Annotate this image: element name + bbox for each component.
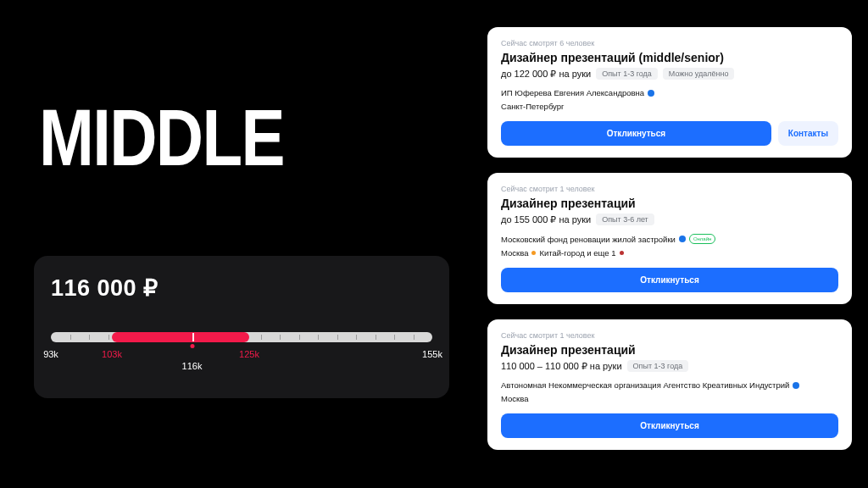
job-title[interactable]: Дизайнер презентаций (middle/senior): [501, 51, 838, 64]
apply-button[interactable]: Откликнуться: [501, 413, 838, 438]
viewers-text: Сейчас смотрят 6 человек: [501, 39, 838, 47]
tag-pill: Опыт 3-6 лет: [596, 214, 654, 225]
viewers-text: Сейчас смотрит 1 человек: [501, 185, 838, 193]
metro-text: Китай-город и еще 1: [539, 248, 615, 258]
company-line[interactable]: Московский фонд реновации жилой застройк…: [501, 234, 838, 244]
job-cards-list: Сейчас смотрят 6 человекДизайнер презент…: [487, 27, 852, 465]
salary-slider[interactable]: 93k 103k 125k 155k 116k: [51, 332, 432, 374]
city-text: Москва: [501, 248, 528, 258]
verified-icon: [679, 236, 686, 242]
page-title: MIDDLE: [39, 92, 284, 184]
job-card[interactable]: Сейчас смотрит 1 человекДизайнер презент…: [487, 319, 852, 450]
location-line: МоскваКитай-город и еще 1: [501, 248, 838, 258]
job-title[interactable]: Дизайнер презентаций: [501, 197, 838, 210]
city-text: Москва: [501, 394, 528, 403]
tag-pill: Опыт 1-3 года: [596, 68, 658, 80]
tag-pill: Можно удалённо: [663, 68, 735, 80]
slider-mid-dot: [190, 344, 194, 348]
slider-max-label: 155k: [422, 349, 442, 359]
metro-dot-icon: [531, 251, 536, 255]
slider-fill: [112, 332, 249, 342]
company-name: Автономная Некоммерческая организация Аг…: [501, 380, 789, 390]
salary-text: 110 000 – 110 000 ₽ на руки: [501, 361, 622, 372]
viewers-text: Сейчас смотрит 1 человек: [501, 331, 838, 340]
slider-labels: 93k 103k 125k 155k 116k: [51, 349, 432, 374]
company-name: Московский фонд реновации жилой застройк…: [501, 235, 676, 244]
online-badge: Онлайн: [689, 234, 715, 244]
location-line: Санкт-Петербург: [501, 102, 838, 111]
salary-line: до 122 000 ₽ на рукиОпыт 1-3 годаМожно у…: [501, 68, 838, 80]
contacts-button[interactable]: Контакты: [778, 121, 838, 146]
salary-text: до 155 000 ₽ на руки: [501, 214, 591, 225]
slider-handle[interactable]: [192, 333, 194, 341]
salary-text: до 122 000 ₽ на руки: [501, 69, 591, 80]
button-row: ОткликнутьсяКонтакты: [501, 121, 838, 146]
company-name: ИП Юферева Евгения Александровна: [501, 88, 644, 97]
slider-track: [51, 332, 432, 342]
city-text: Санкт-Петербург: [501, 102, 565, 111]
salary-line: до 155 000 ₽ на рукиОпыт 3-6 лет: [501, 214, 838, 225]
slider-low-label: 103k: [102, 349, 122, 359]
location-line: Москва: [501, 394, 838, 403]
salary-line: 110 000 – 110 000 ₽ на рукиОпыт 1-3 года: [501, 360, 838, 372]
metro-dot-icon: [620, 251, 624, 255]
verified-icon: [648, 90, 654, 97]
apply-button[interactable]: Откликнуться: [501, 268, 838, 292]
slider-high-label: 125k: [239, 349, 259, 359]
slider-min-label: 93k: [43, 349, 58, 359]
button-row: Откликнуться: [501, 413, 838, 438]
company-line[interactable]: Автономная Некоммерческая организация Аг…: [501, 380, 838, 390]
salary-amount: 116 000 ₽: [51, 274, 432, 302]
verified-icon: [793, 382, 799, 389]
apply-button[interactable]: Откликнуться: [501, 121, 771, 146]
salary-summary-box: 116 000 ₽ 93k 103k 125k 155k 116k: [34, 256, 449, 398]
button-row: Откликнуться: [501, 268, 838, 292]
slider-mid-label: 116k: [182, 361, 203, 371]
company-line[interactable]: ИП Юферева Евгения Александровна: [501, 88, 838, 97]
tag-pill: Опыт 1-3 года: [627, 360, 689, 372]
job-card[interactable]: Сейчас смотрит 1 человекДизайнер презент…: [487, 173, 852, 304]
job-card[interactable]: Сейчас смотрят 6 человекДизайнер презент…: [487, 27, 852, 158]
job-title[interactable]: Дизайнер презентаций: [501, 343, 838, 357]
